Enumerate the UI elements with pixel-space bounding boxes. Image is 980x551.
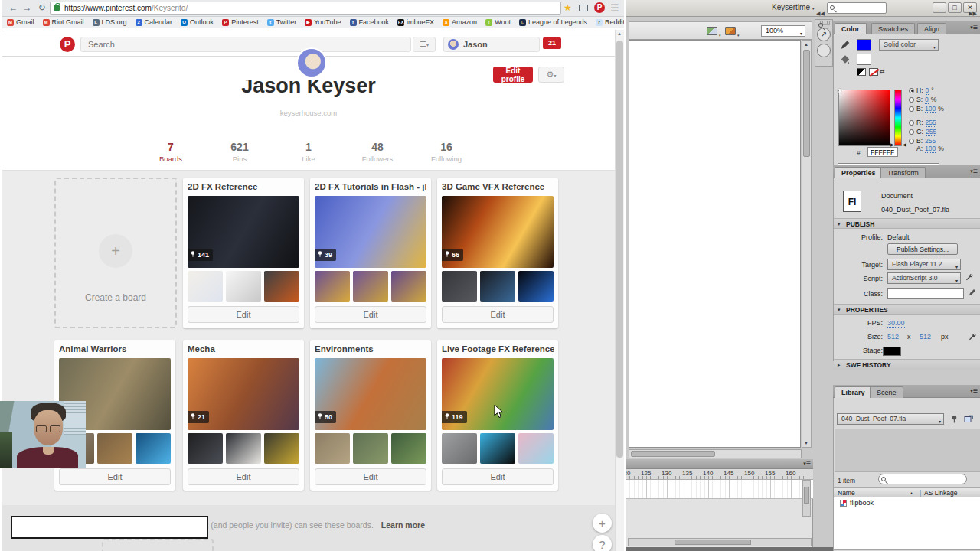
swap-colors-icon[interactable]: ⇄ xyxy=(880,68,889,76)
board-title[interactable]: Animal Warriors xyxy=(59,344,171,355)
new-library-panel-icon[interactable] xyxy=(964,415,973,423)
workspace-switcher[interactable]: Keysertime ▾ xyxy=(772,3,815,11)
timeline-frames[interactable] xyxy=(626,480,813,499)
panel-menu-icon[interactable]: ▾☰ xyxy=(803,461,811,467)
board-title[interactable]: 2D FX Reference xyxy=(188,182,299,193)
bookmark-item[interactable]: LLDS.org xyxy=(93,18,127,26)
board-thumbnail[interactable] xyxy=(480,433,515,464)
scrollbar-thumb[interactable] xyxy=(675,540,751,545)
browser-scrollbar[interactable]: ▲ xyxy=(615,30,624,551)
hex-color-input[interactable] xyxy=(867,147,898,157)
board-thumbnail[interactable] xyxy=(518,271,554,302)
board-thumbnail[interactable] xyxy=(391,271,426,302)
board-thumbnail[interactable] xyxy=(264,271,299,302)
scrollbar-thumb[interactable] xyxy=(631,451,715,457)
secret-board-placeholder[interactable] xyxy=(102,539,214,551)
panel-menu-icon[interactable]: ▾☰ xyxy=(970,24,978,31)
board-thumbnail[interactable] xyxy=(480,271,515,302)
board-edit-button[interactable]: Edit xyxy=(59,468,171,485)
board-card[interactable]: 3D Game VFX Reference66Edit xyxy=(437,178,558,328)
board-card[interactable]: Environments50Edit xyxy=(310,340,431,491)
profile-stat-followers[interactable]: 48Followers xyxy=(361,141,394,163)
stage-vertical-scrollbar[interactable]: ▲ ▼ xyxy=(802,40,812,448)
address-bar[interactable]: https://www.pinterest.com/Keyserito/ xyxy=(50,2,561,15)
bookmark-item[interactable]: OOutlook xyxy=(181,18,214,26)
bookmark-item[interactable]: ▶YouTube xyxy=(305,18,341,26)
no-color-icon[interactable] xyxy=(869,68,878,76)
forward-button[interactable]: → xyxy=(21,2,34,15)
board-cover-image[interactable]: 141 xyxy=(188,196,299,268)
tab-swatches[interactable]: Swatches xyxy=(871,23,915,34)
board-edit-button[interactable]: Edit xyxy=(315,468,426,485)
pinterest-logo[interactable]: P xyxy=(60,37,75,52)
profile-stat-like[interactable]: 1Like xyxy=(292,141,325,163)
hue-slider[interactable] xyxy=(894,90,902,146)
saturation-brightness-picker[interactable] xyxy=(838,90,890,146)
bookmark-star-icon[interactable]: ★ xyxy=(564,2,572,13)
board-edit-button[interactable]: Edit xyxy=(442,468,554,485)
script-dropdown[interactable]: ActionScript 3.0▾ xyxy=(887,272,961,284)
board-thumbnail[interactable] xyxy=(264,433,299,464)
scroll-up-arrow[interactable]: ▲ xyxy=(804,42,808,47)
bookmark-item[interactable]: FXimbueFX xyxy=(397,18,434,26)
fill-bucket-icon[interactable] xyxy=(840,54,851,64)
board-edit-button[interactable]: Edit xyxy=(188,306,299,323)
channel-radio[interactable] xyxy=(909,106,914,112)
board-thumbnail[interactable] xyxy=(442,271,477,302)
library-search-input[interactable] xyxy=(878,474,967,484)
channel-radio[interactable] xyxy=(909,97,914,103)
zoom-level-dropdown[interactable]: 100%▾ xyxy=(761,25,805,37)
channel-value[interactable]: 255 xyxy=(926,128,936,136)
class-input[interactable] xyxy=(887,288,964,299)
board-title[interactable]: Mecha xyxy=(188,344,299,355)
panel-menu-icon[interactable]: ▾☰ xyxy=(970,168,978,174)
board-title[interactable]: 3D Game VFX Reference xyxy=(442,182,554,193)
board-cover-image[interactable]: 39 xyxy=(315,196,426,268)
scroll-up-arrow[interactable]: ▲ xyxy=(617,31,622,36)
stage-color-swatch[interactable] xyxy=(883,347,901,356)
properties-section-header[interactable]: ▾PROPERTIES xyxy=(834,304,980,315)
categories-menu-button[interactable]: ☰▾ xyxy=(413,37,436,52)
timeline-horizontal-scrollbar[interactable] xyxy=(628,538,812,546)
black-white-icon[interactable] xyxy=(857,68,866,76)
board-thumbnail[interactable] xyxy=(188,271,223,302)
library-document-dropdown[interactable]: 040_Dust_Poof_07.fla▾ xyxy=(837,413,944,425)
tab-properties[interactable]: Properties xyxy=(835,167,883,178)
publish-settings-button[interactable]: Publish Settings... xyxy=(887,243,958,255)
create-board-tile[interactable]: + Create a board xyxy=(54,178,177,328)
bookmark-item[interactable]: fFacebook xyxy=(350,18,390,26)
pin-library-icon[interactable] xyxy=(950,415,959,423)
fps-value[interactable]: 30.00 xyxy=(887,319,905,328)
bookmark-item[interactable]: tTwitter xyxy=(267,18,297,26)
library-column-headers[interactable]: Name ▴ | AS Linkage xyxy=(834,487,980,497)
profile-website-link[interactable]: keyserhouse.com xyxy=(2,109,615,117)
tab-align[interactable]: Align xyxy=(917,23,946,34)
profile-stat-following[interactable]: 16Following xyxy=(430,141,463,163)
script-settings-wrench-icon[interactable] xyxy=(965,273,973,281)
edit-scene-caret[interactable]: ▾ xyxy=(719,33,721,37)
learn-more-link[interactable]: Learn more xyxy=(381,520,425,530)
board-thumbnail[interactable] xyxy=(353,271,388,302)
reload-button[interactable]: ↻ xyxy=(35,2,48,15)
board-cover-image[interactable]: 119 xyxy=(442,358,554,430)
board-thumbnail[interactable] xyxy=(315,433,350,464)
maximize-button[interactable]: □ xyxy=(948,2,962,13)
board-thumbnail[interactable] xyxy=(391,433,426,464)
pinterest-extension-icon[interactable]: P xyxy=(594,2,605,13)
board-thumbnail[interactable] xyxy=(136,433,171,464)
expand-panels-icon[interactable]: ▶▶ xyxy=(969,11,977,17)
channel-value[interactable]: 100 xyxy=(925,105,936,113)
edit-symbol-icon[interactable] xyxy=(725,27,736,35)
board-title[interactable]: Live Footage FX Reference xyxy=(442,344,554,355)
board-title[interactable]: 2D FX Tutorials in Flash - jkFX xyxy=(315,182,426,193)
cast-icon[interactable] xyxy=(579,5,588,11)
size-height-value[interactable]: 512 xyxy=(920,333,931,341)
class-edit-pencil-icon[interactable] xyxy=(969,289,976,296)
board-thumbnail[interactable] xyxy=(315,271,350,302)
search-input[interactable] xyxy=(80,37,411,52)
collapse-panels-icon[interactable]: ◀◀ xyxy=(816,11,825,17)
profile-stat-pins[interactable]: 621Pins xyxy=(223,141,256,163)
size-settings-wrench-icon[interactable] xyxy=(969,333,976,341)
board-cover-image[interactable]: 66 xyxy=(442,196,554,268)
scrollbar-thumb[interactable] xyxy=(616,41,623,458)
